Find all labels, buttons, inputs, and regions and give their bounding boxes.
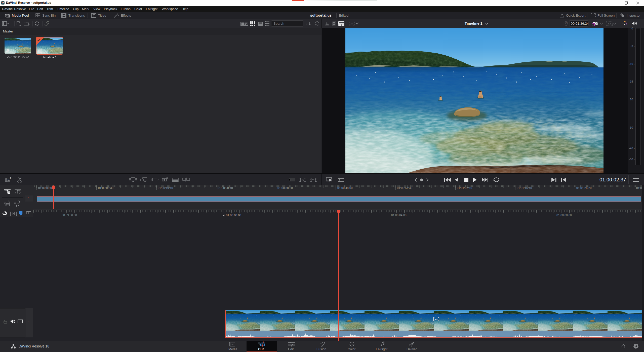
svg-text:zz: zz <box>8 178 10 180</box>
svg-text:z: z <box>10 177 11 179</box>
